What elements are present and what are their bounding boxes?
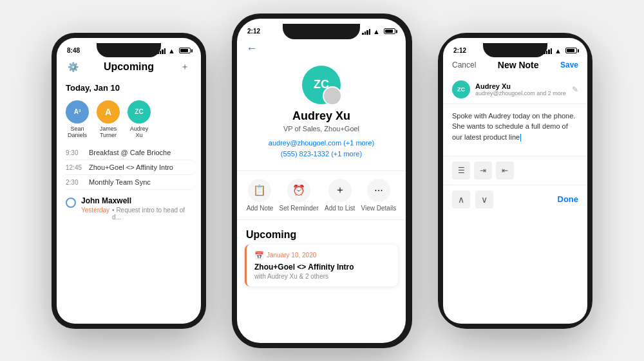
note-recipient: ZC Audrey Xu audrey@zhougoel.com and 2 m… [443,75,587,104]
task-desc: • Request intro to head of d... [112,207,192,221]
avatar-audrey: ZC [128,100,151,124]
task-content: John Maxwell Yesterday • Request intro t… [81,196,192,221]
avatar-sean: A³ [66,100,89,124]
avatar-item-audrey[interactable]: ZC AudreyXu [128,100,151,140]
avatar-item-sean[interactable]: A³ SeanDaniels [66,100,89,140]
center-signal-icon [362,28,370,35]
avatars-row: A³ SeanDaniels A JamesTurner ZC AudreyXu [57,97,201,146]
nav-arrows: ∧ ∨ [452,190,493,208]
add-to-list-icon: ＋ [328,179,352,202]
note-recipient-avatar: ZC [452,80,470,98]
contact-name: Audrey Xu [292,109,350,123]
task-name: John Maxwell [81,196,192,205]
note-body[interactable]: Spoke with Audrey today on the phone. Sh… [443,104,587,156]
add-to-list-button[interactable]: ＋ Add to List [325,179,355,212]
center-time: 2:12 [247,28,260,35]
save-button[interactable]: Save [560,60,578,69]
event-team-sync[interactable]: 2:30 Monthly Team Sync [66,175,192,190]
indent-button[interactable]: ⇥ [474,162,492,180]
contact-avatar-wrap: ZC [302,66,341,104]
battery-icon [179,48,191,53]
task-meta: Yesterday • Request intro to head of d..… [81,207,192,221]
note-footer: ∧ ∨ Done [443,185,587,214]
phone-center: 2:12 ▲ ← [232,14,412,348]
formatting-bar: ☰ ⇥ ⇤ [443,156,587,185]
note-nav: Cancel New Note Save [443,57,587,75]
contact-title: VP of Sales, Zhou+Goel [283,125,359,133]
upcoming-section-title: Upcoming [237,223,406,245]
note-screen: Cancel New Note Save ZC Audrey Xu audrey… [443,57,587,324]
left-time: 8:48 [67,47,80,54]
action-buttons: 📋 Add Note ⏰ Set Reminder ＋ Add to List … [237,171,406,220]
center-battery-icon [384,28,395,34]
wifi-icon: ▲ [168,47,175,55]
date-header: Today, Jan 10 [57,79,201,97]
note-text: Spoke with Audrey today on the phone. Sh… [452,112,575,141]
note-recipient-email: audrey@zhougoel.com and 2 more [475,90,567,97]
right-notch [483,43,547,57]
phone-left-screen: 8:48 ▲ ⚙️ Upcoming ＋ [57,38,201,324]
note-recipient-info: Audrey Xu audrey@zhougoel.com and 2 more [475,82,567,97]
phone-right: 2:12 ▲ Cancel New Note Sav [438,33,592,329]
arrow-down-button[interactable]: ∨ [475,190,493,208]
svg-point-0 [329,91,336,97]
contact-photo [323,86,342,106]
upcoming-title: Upcoming [104,61,154,73]
center-notch [283,24,360,39]
task-john-maxwell[interactable]: John Maxwell Yesterday • Request intro t… [57,190,201,225]
center-wifi-icon: ▲ [373,28,380,35]
event-zhougoel[interactable]: 12:45 Zhou+Goel <> Affinity Intro [66,160,192,175]
new-note-title: New Note [498,60,539,70]
right-time: 2:12 [453,47,466,54]
contact-nav: ← [237,39,406,60]
task-checkbox[interactable] [66,198,76,208]
card-sub: with Audrey Xu & 2 others [254,273,390,280]
phone-center-screen: 2:12 ▲ ← [237,19,406,343]
task-date: Yesterday [81,207,109,221]
add-note-icon: 📋 [248,179,271,202]
set-reminder-button[interactable]: ⏰ Set Reminder [279,179,319,212]
left-notch [97,43,161,57]
right-wifi-icon: ▲ [554,47,562,55]
avatar-item-james[interactable]: A JamesTurner [97,100,120,140]
contact-email: audrey@zhougoel.com (+1 more) (555) 823-… [269,138,374,160]
cancel-button[interactable]: Cancel [452,60,476,69]
settings-icon[interactable]: ⚙️ [66,60,80,74]
card-title: Zhou+Goel <> Affinity Intro [254,263,390,272]
svg-point-1 [327,98,338,104]
view-details-icon: ··· [367,179,390,202]
set-reminder-icon: ⏰ [287,179,310,202]
done-button[interactable]: Done [558,194,579,204]
upcoming-header: ⚙️ Upcoming ＋ [57,57,201,79]
note-recipient-name: Audrey Xu [475,82,567,90]
edit-icon[interactable]: ✎ [572,85,578,94]
upcoming-screen: ⚙️ Upcoming ＋ Today, Jan 10 A³ SeanDanie… [57,57,201,324]
event-breakfast[interactable]: 9:30 Breakfast @ Cafe Brioche [66,145,192,160]
view-details-button[interactable]: ··· View Details [361,179,396,212]
upcoming-card[interactable]: 📅 January 10, 2020 Zhou+Goel <> Affinity… [245,245,398,286]
arrow-up-button[interactable]: ∧ [452,190,470,208]
avatar-james: A [97,100,120,124]
center-status-icons: ▲ [362,28,395,35]
contact-screen: ← ZC Audrey Xu VP of Sales, Zhou+Goel [237,39,406,343]
left-status-icons: ▲ [157,47,191,55]
contact-profile: ZC Audrey Xu VP of Sales, Zhou+Goel audr… [237,60,406,168]
phone-left: 8:48 ▲ ⚙️ Upcoming ＋ [52,33,206,329]
add-icon[interactable]: ＋ [178,60,192,74]
phone-right-screen: 2:12 ▲ Cancel New Note Sav [443,38,587,324]
text-cursor [520,134,521,142]
outdent-button[interactable]: ⇤ [496,162,514,180]
bullet-list-button[interactable]: ☰ [452,162,470,180]
right-status-icons: ▲ [544,47,577,55]
phones-container: 8:48 ▲ ⚙️ Upcoming ＋ [32,7,612,355]
add-note-button[interactable]: 📋 Add Note [247,179,274,212]
back-button[interactable]: ← [246,42,258,55]
event-list: 9:30 Breakfast @ Cafe Brioche 12:45 Zhou… [57,145,201,190]
card-date: 📅 January 10, 2020 [254,251,390,260]
right-battery-icon [565,48,577,53]
